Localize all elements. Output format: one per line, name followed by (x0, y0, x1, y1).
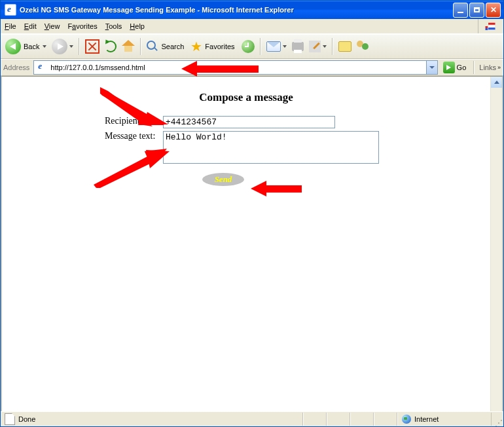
svg-rect-0 (486, 26, 488, 28)
scroll-up-button[interactable] (491, 77, 502, 88)
page-heading: Compose a message (2, 91, 490, 104)
stop-icon (85, 39, 99, 54)
star-icon: ★ (190, 40, 202, 53)
go-label: Go (457, 64, 467, 71)
svg-rect-3 (488, 26, 495, 28)
vertical-scrollbar[interactable] (490, 77, 502, 426)
browser-window: Ozeki NG SMS Gateway Message Sending Exa… (0, 0, 504, 427)
chevron-right-icon[interactable]: » (497, 64, 501, 71)
address-label: Address (3, 64, 29, 71)
svg-rect-16 (264, 185, 302, 193)
status-pane (327, 413, 350, 426)
menubar: File Edit View Favorites Tools Help (1, 19, 503, 34)
edit-button[interactable] (307, 37, 329, 56)
toolbar-divider (332, 38, 333, 55)
window-title: Ozeki NG SMS Gateway Message Sending Exa… (20, 6, 453, 14)
chevron-down-icon (69, 45, 73, 48)
ie-app-icon (5, 4, 16, 16)
go-button[interactable]: Go (441, 61, 469, 74)
send-button[interactable]: Send (202, 173, 244, 186)
content-area: Compose a message Recipient: Message tex… (1, 76, 503, 427)
status-pane (350, 413, 374, 426)
chevron-down-icon (43, 45, 46, 48)
toolbar-divider (473, 61, 475, 74)
recipient-input[interactable] (163, 116, 335, 128)
status-text: Done (18, 415, 35, 423)
menu-favorites[interactable]: Favorites (67, 22, 97, 30)
address-input-container (33, 60, 437, 75)
svg-rect-4 (488, 28, 495, 29)
page-viewport: Compose a message Recipient: Message tex… (2, 77, 490, 426)
message-textarea[interactable] (163, 131, 379, 164)
back-button[interactable]: Back (3, 37, 48, 56)
address-input[interactable] (49, 61, 425, 74)
menu-help[interactable]: Help (130, 22, 145, 30)
print-icon (292, 42, 304, 51)
favorites-label: Favorites (205, 43, 234, 50)
chevron-down-icon (283, 45, 287, 48)
status-pane (303, 413, 327, 426)
svg-rect-2 (488, 23, 495, 25)
statusbar: Done Internet ⋰ (1, 411, 503, 426)
back-icon (5, 39, 21, 54)
messenger-button[interactable] (355, 37, 372, 56)
back-label: Back (24, 43, 39, 50)
history-icon (242, 40, 255, 53)
forward-icon (52, 39, 67, 54)
page-icon (36, 62, 46, 73)
document-icon (5, 413, 15, 425)
message-icon (338, 41, 351, 52)
chevron-down-icon (323, 45, 327, 48)
menu-tools[interactable]: Tools (105, 22, 122, 30)
search-label: Search (161, 43, 184, 50)
svg-rect-1 (486, 28, 488, 30)
menu-edit[interactable]: Edit (24, 22, 37, 30)
search-icon (147, 41, 158, 52)
mail-icon (266, 41, 281, 52)
menu-view[interactable]: View (45, 22, 60, 30)
status-main-pane: Done (1, 413, 303, 426)
titlebar: Ozeki NG SMS Gateway Message Sending Exa… (1, 1, 503, 19)
close-button[interactable] (486, 3, 501, 18)
links-label[interactable]: Links (479, 64, 496, 71)
forward-button[interactable] (50, 37, 75, 56)
discuss-button[interactable] (336, 37, 353, 56)
people-icon (357, 41, 370, 52)
favorites-button[interactable]: ★ Favorites (189, 37, 238, 56)
toolbar-divider (79, 38, 80, 55)
zone-label: Internet (414, 415, 439, 423)
toolbar-divider (140, 38, 141, 55)
resize-grip[interactable]: ⋰ (492, 420, 503, 426)
mail-button[interactable] (264, 37, 289, 56)
edit-icon (309, 41, 321, 52)
message-label: Message text: (2, 131, 163, 141)
minimize-button[interactable] (453, 3, 468, 18)
home-icon (122, 41, 135, 52)
home-button[interactable] (120, 37, 137, 56)
go-icon (443, 62, 455, 73)
maximize-button[interactable] (469, 3, 484, 18)
address-dropdown-button[interactable] (426, 61, 437, 74)
ie-throbber-icon (478, 19, 502, 33)
refresh-icon (105, 41, 117, 52)
search-button[interactable]: Search (145, 37, 187, 56)
page-body: Compose a message Recipient: Message tex… (2, 77, 490, 186)
refresh-button[interactable] (103, 37, 118, 56)
status-zone-pane: Internet (397, 413, 492, 426)
menu-file[interactable]: File (5, 22, 16, 30)
stop-button[interactable] (83, 37, 101, 56)
toolbar-divider (260, 38, 261, 55)
addressbar: Address Go Links » (1, 59, 503, 76)
globe-icon (402, 415, 411, 424)
toolbar: Back Search ★ Favorites (1, 34, 503, 59)
history-button[interactable] (240, 37, 257, 56)
recipient-label: Recipient: (2, 116, 163, 126)
print-button[interactable] (290, 37, 306, 56)
status-pane (374, 413, 397, 426)
